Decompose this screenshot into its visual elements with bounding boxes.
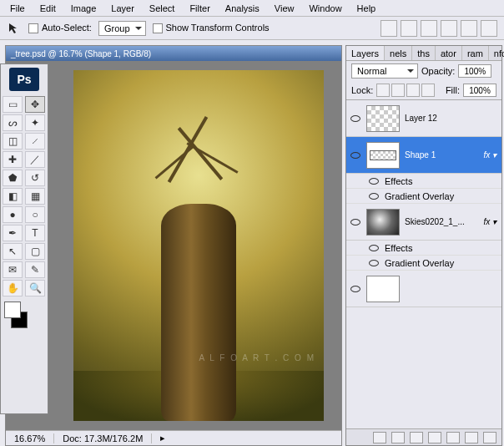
doc-size[interactable]: Doc: 17.3M/176.2M [54,433,152,443]
marquee-tool[interactable]: ▭ [3,96,23,113]
lock-position-icon[interactable] [406,84,420,97]
visibility-icon[interactable] [368,242,380,254]
new-layer-icon[interactable] [465,432,478,443]
canvas[interactable]: A L F O A R T . C O M [56,61,341,430]
menu-image[interactable]: Image [64,2,103,15]
gradient-tool[interactable]: ▦ [25,188,45,205]
align-hcenter-icon[interactable] [461,20,477,37]
link-layers-icon[interactable] [373,432,386,443]
visibility-icon[interactable] [368,175,380,187]
workspace: Ps ▭ ✥ ᔕ ✦ ◫ ⟋ ✚ ／ ⬟ ↺ ◧ ▦ ● ○ ✒ T ↖ ▢ ✉… [0,40,504,446]
move-tool[interactable]: ✥ [25,96,45,113]
eraser-tool[interactable]: ◧ [3,188,23,205]
tab-paths[interactable]: ths [412,46,436,60]
effect-gradient-overlay[interactable]: Gradient Overlay [346,256,501,271]
shape-tool[interactable]: ▢ [25,243,45,260]
visibility-icon[interactable] [350,113,361,124]
fx-badge[interactable]: fx ▾ [483,150,498,160]
tab-navigator[interactable]: ator [436,46,462,60]
foreground-color[interactable] [4,302,21,318]
blend-mode-dropdown[interactable]: Normal [351,63,418,79]
adjustment-layer-icon[interactable] [428,432,441,443]
layer-mask-icon[interactable] [410,432,423,443]
visibility-icon[interactable] [350,283,361,295]
align-vcenter-icon[interactable] [401,20,417,37]
auto-select-mode-dropdown[interactable]: Group [98,21,146,36]
pen-tool[interactable]: ✒ [3,225,23,241]
layer-name[interactable]: Shape 1 [405,150,478,160]
document-title: _tree.psd @ 16.7% (Shape 1, RGB/8) [6,46,341,61]
lock-pixels-icon[interactable] [391,84,405,97]
layer-row[interactable]: Shape 1 fx ▾ [346,137,501,174]
visibility-icon[interactable] [350,150,361,161]
visibility-icon[interactable] [368,257,380,269]
align-top-icon[interactable] [381,20,397,37]
visibility-icon[interactable] [368,190,380,202]
layer-row[interactable]: Skies0202_1_... fx ▾ [346,204,501,241]
visibility-icon[interactable] [350,216,361,228]
notes-tool[interactable]: ✉ [3,261,23,278]
fill-field[interactable]: 100% [463,84,496,97]
move-tool-icon [7,21,22,36]
layer-name[interactable]: Layer 12 [405,114,498,123]
layer-thumb[interactable] [366,276,400,302]
blur-tool[interactable]: ● [3,206,23,223]
menu-analysis[interactable]: Analysis [219,2,266,15]
tab-layers[interactable]: Layers [346,46,385,60]
history-brush-tool[interactable]: ↺ [25,170,45,186]
menu-filter[interactable]: Filter [183,2,216,15]
align-right-icon[interactable] [481,20,497,37]
crop-tool[interactable]: ◫ [3,133,23,150]
layer-row[interactable] [346,271,501,307]
slice-tool[interactable]: ⟋ [25,133,45,150]
menu-layer[interactable]: Layer [104,2,141,15]
app-logo: Ps [9,68,39,91]
wand-tool[interactable]: ✦ [25,114,45,131]
eyedropper-tool[interactable]: ✎ [25,261,45,278]
align-bottom-icon[interactable] [421,20,437,37]
layer-row[interactable]: Layer 12 [346,100,501,137]
effects-row[interactable]: Effects [346,241,501,256]
effect-gradient-overlay[interactable]: Gradient Overlay [346,189,501,204]
menu-edit[interactable]: Edit [33,2,63,15]
layer-style-icon[interactable] [391,432,405,443]
color-swatches[interactable] [1,298,48,332]
hand-tool[interactable]: ✋ [3,280,23,296]
type-tool[interactable]: T [25,225,45,241]
layer-thumb[interactable] [366,105,400,132]
menu-window[interactable]: Window [302,2,348,15]
menu-view[interactable]: View [268,2,301,15]
status-bar: 16.67% Doc: 17.3M/176.2M ▸ [6,430,341,445]
heal-tool[interactable]: ✚ [3,151,23,168]
lasso-tool[interactable]: ᔕ [3,114,23,131]
show-transform-checkbox[interactable]: Show Transform Controls [153,23,270,33]
align-buttons [381,20,497,37]
zoom-tool[interactable]: 🔍 [25,280,45,296]
menu-file[interactable]: File [3,2,32,15]
trash-icon[interactable] [483,432,496,443]
fx-badge[interactable]: fx ▾ [483,217,498,226]
stamp-tool[interactable]: ⬟ [3,170,23,186]
auto-select-checkbox[interactable]: Auto-Select: [28,23,92,33]
opacity-label: Opacity: [421,66,455,76]
lock-transparency-icon[interactable] [376,84,390,97]
align-left-icon[interactable] [441,20,457,37]
brush-tool[interactable]: ／ [25,151,45,168]
group-icon[interactable] [446,432,460,443]
layer-thumb[interactable] [366,142,400,169]
zoom-level[interactable]: 16.67% [6,433,54,443]
tab-histogram[interactable]: ram [462,46,489,60]
menu-help[interactable]: Help [350,2,383,15]
effects-row[interactable]: Effects [346,174,501,189]
document-window: _tree.psd @ 16.7% (Shape 1, RGB/8) A L F… [5,45,342,446]
tab-info[interactable]: nfo [489,46,504,60]
lock-all-icon[interactable] [421,84,435,97]
dodge-tool[interactable]: ○ [25,206,45,223]
tab-channels[interactable]: nels [385,46,412,60]
path-tool[interactable]: ↖ [3,243,23,260]
opacity-field[interactable]: 100% [458,64,491,78]
menu-select[interactable]: Select [143,2,182,15]
layer-name[interactable]: Skies0202_1_... [405,217,478,226]
panel-tabs: Layers nels ths ator ram nfo [346,46,501,61]
layer-thumb[interactable] [366,209,400,236]
